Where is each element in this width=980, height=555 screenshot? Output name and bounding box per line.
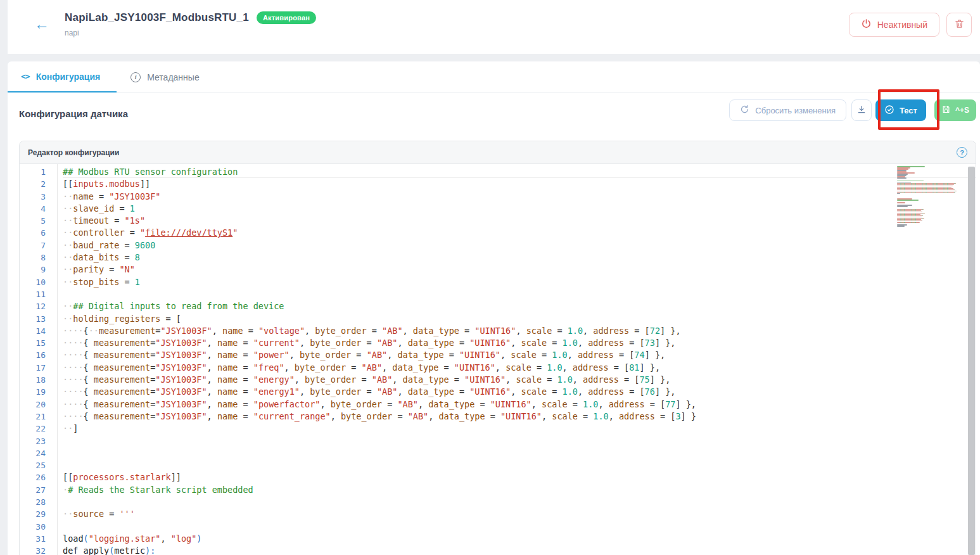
reset-changes-button[interactable]: Сбросить изменения bbox=[729, 99, 846, 121]
download-config-button[interactable] bbox=[851, 99, 872, 121]
line-number: 24 bbox=[20, 447, 57, 459]
page-title: NapiLab_JSY1003F_ModbusRTU_1 bbox=[65, 11, 249, 24]
code-line[interactable]: ## Modbus RTU sensor configuration bbox=[63, 166, 976, 178]
editor-minimap[interactable] bbox=[897, 166, 958, 227]
line-number: 5 bbox=[20, 215, 57, 227]
minimap-row bbox=[897, 226, 905, 227]
code-line[interactable]: ··source = ''' bbox=[63, 508, 976, 520]
minimap-row bbox=[897, 206, 908, 207]
code-line[interactable]: ····{ measurement="JSY1003F", name = "cu… bbox=[63, 411, 976, 423]
code-line[interactable]: ··] bbox=[63, 423, 976, 435]
delete-button[interactable] bbox=[946, 13, 972, 37]
code-line[interactable]: ··name = "JSY1003F" bbox=[63, 191, 976, 203]
status-badge: Активирован bbox=[257, 11, 316, 24]
editor-scrollbar[interactable] bbox=[968, 167, 975, 555]
code-icon: <> bbox=[21, 72, 30, 81]
code-line[interactable]: [[processors.starlark]] bbox=[63, 471, 976, 483]
code-line[interactable]: ··## Digital inputs to read from the dev… bbox=[63, 300, 976, 312]
code-editor[interactable]: 1234567891011121314151617181920212223242… bbox=[20, 164, 976, 555]
code-line[interactable]: ····{ measurement="JSY1003F", name = "po… bbox=[63, 349, 976, 361]
code-line[interactable]: ··timeout = "1s" bbox=[63, 215, 976, 227]
help-icon[interactable]: ? bbox=[957, 147, 967, 158]
code-line[interactable]: ··stop_bits = 1 bbox=[63, 276, 976, 288]
code-line[interactable]: load("logging.star", "log") bbox=[63, 533, 976, 545]
test-button[interactable]: Тест bbox=[875, 99, 926, 121]
back-button[interactable]: ← bbox=[30, 14, 53, 34]
code-line[interactable]: ··parity = "N" bbox=[63, 264, 976, 276]
code-line[interactable]: ····{ measurement="JSY1003F", name = "cu… bbox=[63, 337, 976, 349]
code-line[interactable]: def apply(metric): bbox=[63, 545, 976, 555]
code-line[interactable]: ····{ measurement="JSY1003F", name = "en… bbox=[63, 374, 976, 386]
code-line[interactable] bbox=[63, 496, 976, 508]
tab-metadata-label: Метаданные bbox=[147, 72, 199, 82]
minimap-row bbox=[897, 182, 911, 183]
minimap-row bbox=[897, 213, 925, 214]
code-line[interactable]: ··data_bits = 8 bbox=[63, 252, 976, 264]
tab-metadata[interactable]: i Метаданные bbox=[119, 61, 210, 92]
deactivate-button[interactable]: Неактивный bbox=[849, 13, 939, 37]
line-number: 15 bbox=[20, 337, 57, 349]
device-subtitle: napi bbox=[65, 29, 316, 37]
minimap-row bbox=[897, 210, 921, 212]
line-number: 31 bbox=[20, 533, 57, 545]
line-number: 26 bbox=[20, 471, 57, 483]
code-lines[interactable]: ## Modbus RTU sensor configuration[[inpu… bbox=[58, 164, 976, 555]
line-number: 20 bbox=[20, 399, 57, 411]
save-shortcut-label: ^+S bbox=[955, 106, 969, 115]
line-number: 7 bbox=[20, 239, 57, 252]
minimap-row bbox=[897, 222, 920, 223]
save-button[interactable]: ^+S bbox=[934, 99, 976, 121]
code-line[interactable]: ····{··measurement="JSY1003F", name = "v… bbox=[63, 325, 976, 337]
line-number: 16 bbox=[20, 349, 57, 361]
code-line[interactable]: ····{ measurement="JSY1003F", name = "en… bbox=[63, 386, 976, 398]
minimap-row bbox=[897, 186, 953, 187]
editor-header-label: Редактор конфигурации bbox=[28, 148, 119, 157]
main-content: <> Конфигурация i Метаданные Конфигураци… bbox=[8, 61, 980, 555]
code-line[interactable]: ····{ measurement="JSY1003F", name = "fr… bbox=[63, 362, 976, 374]
minimap-row bbox=[897, 200, 919, 201]
test-label: Тест bbox=[900, 106, 917, 115]
minimap-row bbox=[897, 177, 907, 179]
code-line[interactable]: ··baud_rate = 9600 bbox=[63, 239, 976, 252]
line-number: 6 bbox=[20, 227, 57, 239]
line-number-gutter: 1234567891011121314151617181920212223242… bbox=[20, 164, 58, 555]
code-line[interactable]: ··slave_id = 1 bbox=[63, 203, 976, 215]
page-header: ← NapiLab_JSY1003F_ModbusRTU_1 Активиров… bbox=[8, 0, 980, 54]
power-icon bbox=[861, 18, 872, 31]
code-line[interactable] bbox=[63, 459, 976, 471]
minimap-row bbox=[897, 183, 956, 184]
line-number: 32 bbox=[20, 545, 57, 555]
code-line[interactable] bbox=[63, 435, 976, 447]
line-number: 29 bbox=[20, 508, 57, 520]
line-number: 10 bbox=[20, 276, 57, 288]
line-number: 11 bbox=[20, 288, 57, 300]
minimap-row bbox=[897, 209, 924, 210]
tab-configuration[interactable]: <> Конфигурация bbox=[8, 61, 117, 92]
config-editor-panel: Редактор конфигурации ? 1234567891011121… bbox=[19, 141, 976, 555]
minimap-row bbox=[897, 192, 955, 193]
code-line[interactable]: ·# Reads the Starlark script embedded bbox=[63, 484, 976, 496]
minimap-row bbox=[897, 212, 922, 213]
line-number: 12 bbox=[20, 300, 57, 312]
code-line[interactable] bbox=[63, 447, 976, 459]
code-line[interactable] bbox=[63, 521, 976, 533]
refresh-icon bbox=[740, 105, 749, 116]
minimap-row bbox=[897, 202, 905, 203]
line-number: 14 bbox=[20, 325, 57, 337]
section-title: Конфигурация датчика bbox=[19, 108, 128, 119]
tabs-bar: <> Конфигурация i Метаданные bbox=[8, 61, 980, 92]
line-number: 19 bbox=[20, 386, 57, 398]
editor-toolbar: Сбросить изменения Тест ^+S bbox=[729, 99, 976, 121]
code-line[interactable]: ··holding_registers = [ bbox=[63, 313, 976, 325]
code-line[interactable]: ····{ measurement="JSY1003F", name = "po… bbox=[63, 399, 976, 411]
code-line[interactable]: ··controller = "file:///dev/ttyS1" bbox=[63, 227, 976, 239]
line-number: 28 bbox=[20, 496, 57, 508]
editor-header: Редактор конфигурации ? bbox=[20, 141, 976, 164]
line-number: 1 bbox=[20, 166, 57, 178]
line-number: 9 bbox=[20, 264, 57, 276]
line-number: 23 bbox=[20, 435, 57, 447]
code-line[interactable]: [[inputs.modbus]] bbox=[63, 178, 976, 190]
minimap-row bbox=[897, 181, 924, 182]
tab-configuration-label: Конфигурация bbox=[36, 72, 101, 82]
code-line[interactable] bbox=[63, 288, 976, 300]
